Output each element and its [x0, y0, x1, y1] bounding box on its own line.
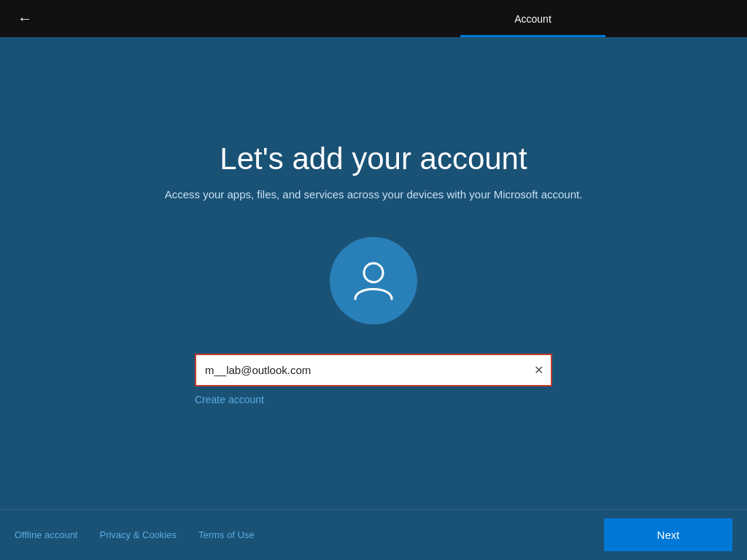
clear-icon: ✕ [534, 363, 543, 377]
account-tab-label: Account [514, 13, 551, 25]
create-account-link[interactable]: Create account [195, 394, 264, 405]
back-button[interactable]: ← [12, 6, 38, 32]
svg-point-0 [364, 263, 383, 282]
offline-account-link[interactable]: Offline account [15, 529, 77, 540]
bottom-bar: Offline account Privacy & Cookies Terms … [0, 509, 747, 560]
page-subtitle: Access your apps, files, and services ac… [165, 188, 583, 201]
account-tab: Account [460, 0, 605, 37]
input-area: ✕ Create account [195, 354, 552, 405]
account-tab-underline [460, 35, 605, 37]
avatar-icon [348, 255, 399, 306]
clear-input-button[interactable]: ✕ [534, 363, 543, 377]
page-title: Let's add your account [220, 141, 527, 176]
next-button[interactable]: Next [604, 518, 732, 551]
avatar [330, 237, 417, 324]
main-content: Let's add your account Access your apps,… [0, 37, 747, 509]
back-icon: ← [18, 10, 32, 27]
bottom-links: Offline account Privacy & Cookies Terms … [15, 529, 604, 540]
terms-of-use-link[interactable]: Terms of Use [198, 529, 255, 540]
email-input-wrapper: ✕ [195, 354, 552, 386]
privacy-cookies-link[interactable]: Privacy & Cookies [99, 529, 176, 540]
email-input[interactable] [196, 355, 551, 385]
top-bar: ← Account [0, 0, 747, 37]
